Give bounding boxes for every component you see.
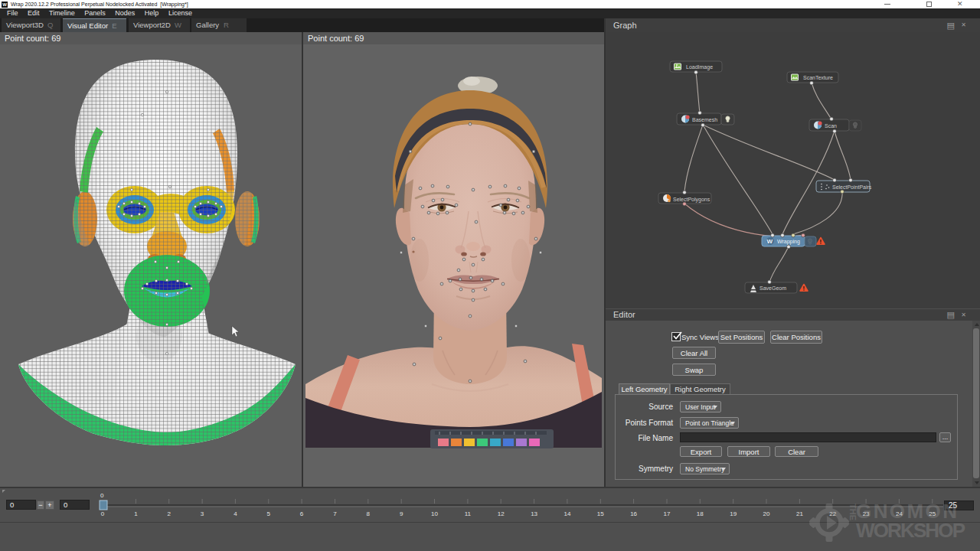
svg-text:SelectPolygons: SelectPolygons	[673, 197, 710, 203]
svg-text:7: 7	[333, 510, 337, 517]
svg-text:ScanTexture: ScanTexture	[803, 75, 833, 80]
svg-text:11: 11	[465, 510, 472, 517]
svg-text:16: 16	[630, 510, 637, 517]
svg-text:W: W	[767, 238, 773, 245]
svg-text:5: 5	[267, 510, 271, 517]
svg-text:15: 15	[597, 510, 604, 517]
svg-text:13: 13	[531, 510, 537, 517]
svg-text:Wrapping: Wrapping	[777, 239, 800, 245]
svg-text:21: 21	[796, 510, 803, 517]
svg-text:14: 14	[564, 510, 570, 517]
svg-text:2: 2	[167, 510, 171, 517]
svg-text:20: 20	[763, 510, 770, 517]
svg-text:Basemesh: Basemesh	[692, 117, 717, 122]
svg-text:8: 8	[367, 510, 371, 517]
svg-text:4: 4	[234, 510, 237, 517]
svg-text:0: 0	[101, 510, 105, 517]
svg-text:10: 10	[431, 510, 438, 517]
svg-text:18: 18	[697, 510, 704, 517]
svg-text:6: 6	[300, 510, 304, 517]
svg-text:0: 0	[100, 492, 104, 499]
svg-text:17: 17	[664, 510, 671, 517]
svg-text:9: 9	[400, 510, 403, 517]
svg-text:3: 3	[201, 510, 204, 517]
svg-text:LoadImage: LoadImage	[686, 64, 713, 70]
svg-text:SaveGeom: SaveGeom	[760, 285, 786, 291]
svg-text:SelectPointPairs: SelectPointPairs	[832, 184, 872, 190]
svg-text:Scan: Scan	[825, 123, 837, 129]
svg-text:1: 1	[134, 510, 138, 517]
svg-text:WORKSHOP: WORKSHOP	[856, 519, 965, 542]
svg-text:12: 12	[498, 510, 505, 517]
svg-text:19: 19	[730, 510, 737, 517]
